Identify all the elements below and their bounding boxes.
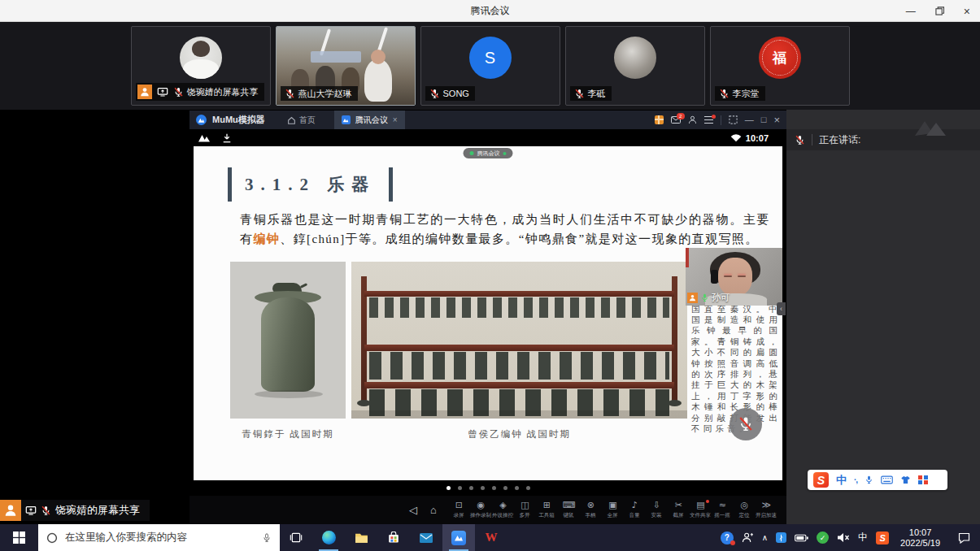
fullscreen-button[interactable]: ▣ 全屏 [602,501,624,520]
emulator-titlebar-actions: 2 — □ × [655,115,780,125]
taskbar-meeting-button[interactable] [442,524,475,551]
nav-back-icon[interactable]: ◁ [409,505,417,515]
sogou-tray-icon[interactable]: S [876,531,889,544]
window-title: 腾讯会议 [471,4,510,18]
volume-button[interactable]: ♪ 音量 [624,501,646,520]
collapse-panel-button[interactable]: ‹ [777,302,786,315]
nav-home-icon[interactable]: ⌂ [430,505,437,515]
action-center-icon[interactable] [952,532,977,544]
slide-dot [458,486,462,490]
screen-record-button[interactable]: ⊡ 录屏 [448,501,470,520]
usb-tray-icon[interactable] [776,532,786,543]
fit-window-icon[interactable] [729,115,738,124]
tab-home[interactable]: 首页 [287,115,316,126]
file-share-button[interactable]: ▤ 文件共享 [690,501,712,520]
avatar [180,37,222,79]
slide-dot [446,486,451,490]
skin-icon[interactable] [900,475,911,484]
voice-input-icon[interactable] [865,475,873,485]
taskbar-edge-button[interactable] [312,524,345,551]
windows-taskbar: 在这里输入你要搜索的内容 W ? ∧ ✓ 中 S 10:07 2022/5/19 [0,524,980,551]
tab-close-icon[interactable]: × [393,115,398,124]
participant-nametag: 饶琬婧的屏幕共享 [136,83,264,101]
toolbox-grid-icon[interactable] [918,475,928,485]
punctuation-toggle[interactable]: ·, [854,475,857,484]
host-icon [137,85,152,99]
participant-tile-video[interactable]: 燕山大学赵琳 [276,26,416,106]
multi-instance-button[interactable]: ◫ 多开 [514,501,536,520]
search-mic-icon[interactable] [262,533,272,543]
task-view-button[interactable] [280,524,312,551]
help-tray-icon[interactable]: ? [721,531,734,544]
emulator-minimize-button[interactable]: — [745,115,754,124]
participant-tile-lizongtang[interactable]: 福 李宗堂 [710,26,850,106]
self-camera-overlay[interactable]: 孙可 [686,248,782,306]
battery-tray-icon[interactable] [795,534,808,542]
mic-muted-icon [719,89,730,99]
tray-expand-icon[interactable]: ∧ [762,533,768,542]
emulator-maximize-button[interactable]: □ [761,115,767,124]
emulator-app-name: MuMu模拟器 [212,114,265,126]
taskbar-store-button[interactable] [377,524,410,551]
macro-record-button[interactable]: ◉ 操作录制 [470,501,492,520]
taskbar-mail-button[interactable] [410,524,442,551]
toolbox-button[interactable]: ⊞ 工具箱 [536,501,558,520]
messages-icon[interactable]: 2 [671,116,681,124]
gamepad-button[interactable]: ⊗ 手柄 [580,501,602,520]
headset [711,270,718,284]
home-icon [287,116,296,124]
share-banner-label: 饶琬婧的屏幕共享 [55,503,140,518]
close-button[interactable]: × [964,6,970,17]
tab-meeting[interactable]: 腾讯会议 × [334,111,405,129]
menu-icon[interactable] [704,116,713,124]
slide-dot [492,486,496,490]
mic-muted-icon [41,505,51,516]
ime-mode-toggle[interactable]: 中 [836,473,847,488]
shared-screen-stage: 正在讲话: MuMu模拟器 首页 腾讯会议 × [0,110,980,524]
shake-button[interactable]: ≈ 摇一摇 [712,501,734,520]
security-tray-icon[interactable]: ✓ [817,531,829,544]
mic-muted-icon [738,416,754,432]
sogou-ime-bar: S 中 ·, [808,470,947,490]
soft-keyboard-icon[interactable] [881,475,893,484]
participant-tile-song[interactable]: S SONG [420,26,560,106]
bianzhong-bells-image [351,262,687,419]
location-button[interactable]: ◎ 定位 [734,501,756,520]
taskbar-explorer-button[interactable] [345,524,377,551]
taskbar-clock[interactable]: 10:07 2022/5/19 [897,527,943,549]
slide-dot [469,486,473,490]
mic-muted-icon [795,135,805,145]
participant-name: 李砥 [588,88,606,99]
floating-mic-muted-button[interactable] [730,408,762,440]
ime-indicator[interactable]: 中 [858,531,868,544]
mail-icon [420,533,433,543]
participant-tile-lidi[interactable]: 李砥 [565,26,705,106]
emulator-close-button[interactable]: × [773,115,780,125]
boost-button[interactable]: ≫ 开启加速 [756,501,777,520]
host-icon [687,293,698,303]
download-icon[interactable] [222,133,232,143]
account-icon[interactable] [688,115,697,124]
install-apk-button[interactable]: ⇩ 安装 [646,501,668,520]
participant-nametag: SONG [425,86,475,101]
window-controls: — × [906,0,970,22]
volume-muted-tray-icon[interactable] [837,532,850,543]
screen: 腾讯会议 — × 饶琬婧的屏幕共享 [0,0,980,551]
restore-button[interactable] [935,7,944,15]
store-icon [388,531,399,544]
people-tray-icon[interactable] [742,532,754,543]
folder-icon [355,532,368,544]
start-button[interactable] [0,524,38,551]
taskbar-search-input[interactable]: 在这里输入你要搜索的内容 [38,524,280,551]
participant-tile-sharer[interactable]: 饶琬婧的屏幕共享 [131,26,271,106]
minimize-button[interactable]: — [906,7,916,16]
gift-icon[interactable] [655,115,664,124]
participant-name: 李宗堂 [733,88,760,99]
peripheral-control-button[interactable]: ◈ 外设操控 [492,501,514,520]
screenshot-button[interactable]: ✂ 截屏 [668,501,690,520]
camera-nametag: 孙可 [687,292,730,304]
taskbar-wps-button[interactable]: W [475,524,507,551]
keyboard-mouse-button[interactable]: ⌨ 键鼠 [558,501,580,520]
screen-share-banner: 饶琬婧的屏幕共享 [0,500,150,521]
sogou-logo-icon[interactable]: S [813,472,829,488]
